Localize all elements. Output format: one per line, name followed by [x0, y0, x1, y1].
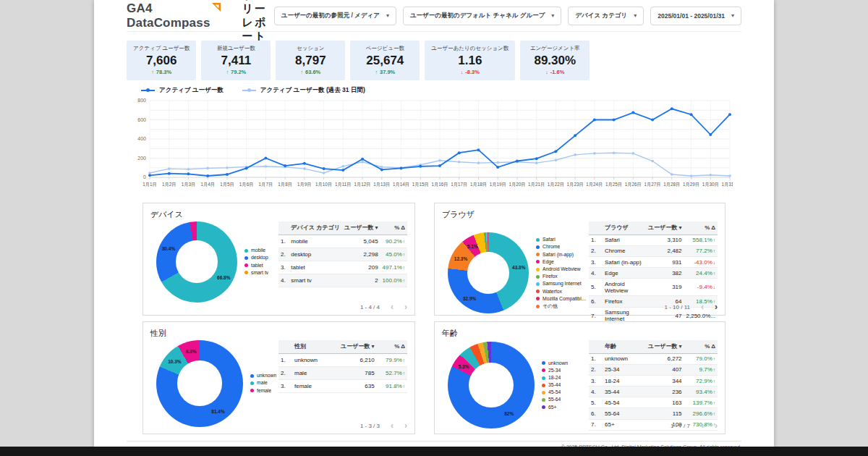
column-header-delta[interactable]: % Δ: [684, 221, 718, 235]
column-header-dimension[interactable]: デバイス カテゴリ: [289, 221, 342, 235]
table-row[interactable]: 4.smart tv2100.0%↑: [278, 274, 407, 287]
svg-text:400: 400: [137, 136, 146, 141]
kpi-delta: ↓ -8.3%: [431, 69, 509, 75]
legend-item[interactable]: Edge: [536, 258, 589, 266]
table-row[interactable]: 1.mobile5,04590.2%↑: [278, 235, 407, 248]
gender-donut-chart[interactable]: 81.4%10.3%8.3%unknownmalefemale: [150, 340, 278, 427]
device-donut-chart[interactable]: 66.8%30.4%mobiledesktoptabletsmart tv: [150, 221, 278, 303]
chevron-right-icon[interactable]: ›: [715, 304, 718, 310]
trend-chart[interactable]: 02004006008001月1日1月2日1月3日1月4日1月5日1月6日1月7…: [131, 96, 741, 194]
table-row[interactable]: 2.desktop2,29845.0%↑: [278, 248, 407, 261]
table-row[interactable]: 3.18-2434472.9%↑: [589, 375, 718, 386]
column-header-rank: [589, 340, 603, 354]
chevron-left-icon[interactable]: ‹: [701, 423, 704, 428]
chevron-right-icon[interactable]: ›: [715, 423, 718, 428]
row-users: 785: [328, 366, 377, 379]
table-row[interactable]: 6.55-64115296.6%↑: [589, 408, 718, 419]
column-header-users[interactable]: ユーザー数 ▾: [328, 340, 377, 354]
table-row[interactable]: 5.45-54163139.7%↑: [589, 397, 718, 408]
device-donut[interactable]: 66.8%30.4%: [156, 221, 237, 303]
svg-text:1月5日: 1月5日: [220, 182, 234, 187]
legend-item[interactable]: 65+: [542, 404, 568, 411]
table-row[interactable]: 1.Safari3,310558.1%↑: [589, 235, 718, 245]
svg-text:1月27日: 1月27日: [644, 182, 661, 187]
legend-item[interactable]: Waterfox: [536, 288, 589, 295]
row-delta: 79.9%↑: [377, 353, 407, 366]
legend-item[interactable]: 45-54: [542, 389, 568, 396]
legend-item[interactable]: Firefox: [536, 273, 589, 280]
legend-item[interactable]: male: [250, 379, 276, 387]
column-header-dimension[interactable]: ブラウザ: [603, 221, 646, 235]
donut-hole: [177, 360, 222, 405]
column-header-users[interactable]: ユーザー数 ▾: [637, 340, 684, 354]
legend-item[interactable]: アクティブ ユーザー数: [141, 86, 224, 95]
column-header-dimension[interactable]: 性別: [292, 340, 328, 354]
chevron-left-icon[interactable]: ‹: [391, 304, 393, 310]
legend-item[interactable]: 18-24: [542, 374, 568, 381]
chevron-right-icon[interactable]: ›: [404, 304, 407, 310]
donut-hole: [176, 240, 218, 282]
age-donut-chart[interactable]: 82%5.3%unknown25-3418-2435-4445-5455-646…: [442, 340, 589, 431]
donut-slice-label: 5.1%: [467, 244, 478, 249]
legend-item[interactable]: tablet: [244, 262, 268, 269]
legend-item[interactable]: mobile: [244, 247, 268, 254]
legend-label: Safari (in-app): [542, 251, 574, 258]
legend-item[interactable]: smart tv: [244, 269, 268, 276]
legend-item[interactable]: desktop: [244, 254, 268, 261]
filter-source-medium[interactable]: ユーザーの最初の参照元 / メディア ▾: [274, 7, 396, 25]
table-row[interactable]: 5.Android Webview319-9.4%↓: [589, 279, 718, 296]
legend-item[interactable]: 35-44: [542, 381, 568, 389]
legend-item[interactable]: 55-64: [542, 396, 568, 403]
column-header-delta[interactable]: % Δ: [380, 221, 407, 235]
legend-item[interactable]: Chrome: [536, 243, 589, 250]
table-row[interactable]: 3.tablet209497.1%↑: [278, 261, 407, 274]
table-row[interactable]: 1.unknown6,21079.9%↑: [278, 353, 407, 366]
age-donut[interactable]: 82%5.3%: [448, 342, 535, 428]
date-range-picker[interactable]: 2025/01/01 - 2025/01/31 ▾: [650, 7, 741, 25]
column-header-dimension[interactable]: 年齢: [603, 340, 637, 354]
column-header-delta[interactable]: % Δ: [684, 340, 718, 354]
gender-donut[interactable]: 81.4%10.3%8.3%: [156, 340, 243, 427]
legend-item[interactable]: female: [250, 387, 276, 394]
legend-label: 25-34: [548, 367, 561, 374]
table-row[interactable]: 2.25-344079.7%↑: [589, 364, 718, 375]
legend-item[interactable]: Safari (in-app): [536, 251, 589, 258]
browser-donut[interactable]: 43.8%32.9%12.3%5.1%: [448, 232, 529, 313]
column-header-users[interactable]: ユーザー数 ▾: [342, 221, 380, 235]
legend-item[interactable]: 25-34: [542, 367, 568, 374]
table-row[interactable]: 3.Safari (in-app)931-43.0%↓: [589, 256, 718, 267]
browser-donut-chart[interactable]: 43.8%32.9%12.3%5.1%SafariChromeSafari (i…: [442, 221, 589, 325]
legend-item[interactable]: Mozilla Compatible Agent: [536, 295, 589, 303]
kpi-card: エンゲージメント率89.30%↓ -1.6%: [520, 41, 590, 80]
table-row[interactable]: 4.Edge38224.4%↑: [589, 268, 718, 279]
legend-item[interactable]: unknown: [542, 360, 568, 367]
legend-item[interactable]: unknown: [250, 372, 276, 379]
filter-device-category[interactable]: デバイス カテゴリ ▾: [568, 7, 644, 25]
legend-label: 35-44: [548, 381, 561, 389]
breakdown-panels: デバイス 66.8%30.4%mobiledesktoptabletsmart …: [142, 203, 726, 434]
row-dimension: Safari (in-app): [603, 256, 646, 267]
donut-slice-label: 66.8%: [217, 275, 230, 280]
legend-item[interactable]: Android Webview: [536, 266, 589, 273]
legend-item[interactable]: Samsung Internet: [536, 280, 589, 287]
legend-dot-icon: [536, 290, 540, 293]
row-delta: 45.0%↑: [380, 248, 407, 261]
table-row[interactable]: 1.unknown6,27279.0%↑: [589, 353, 718, 364]
chevron-left-icon[interactable]: ‹: [391, 423, 393, 428]
chevron-right-icon[interactable]: ›: [404, 423, 407, 428]
table-row[interactable]: 3.female63591.8%↑: [278, 379, 407, 392]
column-header-delta[interactable]: % Δ: [377, 340, 407, 354]
legend-item[interactable]: アクティブ ユーザー数 (過去 31 日間): [242, 86, 365, 95]
row-delta: 558.1%↑: [684, 235, 718, 245]
table-row[interactable]: 2.Chrome2,48277.2%↑: [589, 245, 718, 256]
legend-item[interactable]: Safari: [536, 236, 589, 243]
table-row[interactable]: 4.35-4423693.4%↑: [589, 387, 718, 397]
filter-default-channel-group[interactable]: ユーザーの最初のデフォルト チャネル グループ ▾: [403, 7, 561, 25]
legend-item[interactable]: その他: [536, 303, 589, 310]
chevron-left-icon[interactable]: ‹: [701, 304, 704, 310]
row-rank: 3.: [589, 375, 603, 386]
table-row[interactable]: 2.male78552.7%↑: [278, 366, 407, 379]
kpi-delta: ↑ 79.2%: [208, 69, 264, 75]
row-delta: 9.7%↑: [684, 364, 718, 375]
column-header-users[interactable]: ユーザー数 ▾: [646, 221, 684, 235]
